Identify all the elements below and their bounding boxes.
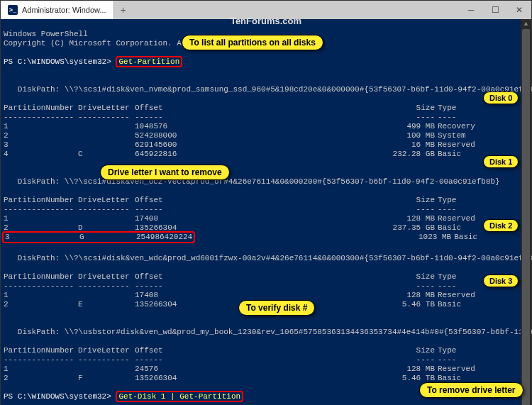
callout-disk0: Disk 0: [483, 91, 519, 104]
new-tab-button[interactable]: +: [114, 1, 133, 19]
table-row: 362914560016 MBReserved: [4, 140, 475, 150]
scrollbar[interactable]: ▲ ▼: [521, 19, 531, 405]
table-row: 124576128 MBReserved: [4, 365, 475, 374]
terminal-output[interactable]: Windows PowerShell Copyright (C) Microso…: [1, 19, 531, 405]
diskpath: DiskPath: \\?\scsi#disk&ven_nvme&prod_sa…: [4, 85, 532, 94]
command-verify-disk: Get-Disk 1 | Get-Partition: [116, 391, 243, 402]
table-header-row: PartitionNumberDriveLetterOffsetSizeType…: [4, 196, 528, 233]
row-tail: 1023 MBBasic: [194, 235, 477, 244]
table-row: 4C645922816232.28 GBBasic: [4, 150, 475, 159]
header-line: Windows PowerShell: [4, 30, 88, 38]
callout-list-all: To list all partitions on all disks: [182, 35, 323, 50]
diskpath: DiskPath: \\?\scsi#disk&ven_wdc&prod_wd6…: [4, 254, 532, 262]
close-button[interactable]: ✕: [507, 1, 531, 19]
table-row: 11048576499 MBRecovery: [4, 122, 475, 131]
prompt: PS C:\WINDOWS\system32>: [4, 57, 111, 66]
powershell-icon: >_: [8, 5, 18, 15]
table-row: 117408128 MBReserved: [4, 214, 475, 223]
callout-disk1: Disk 1: [483, 155, 519, 168]
tab-label: Administrator: Window...: [22, 6, 106, 14]
powershell-window: >_ Administrator: Window... + ─ ☐ ✕ TenF…: [0, 0, 532, 405]
callout-disk2: Disk 2: [483, 219, 519, 232]
callout-remove: To remove drive letter: [419, 382, 523, 398]
table-row: 2524288000100 MBSystem: [4, 131, 475, 140]
table-row: 3G254986420224: [5, 233, 192, 242]
scroll-thumb[interactable]: [522, 29, 530, 405]
tab-powershell[interactable]: >_ Administrator: Window...: [1, 1, 114, 19]
diskpath: DiskPath: \\?\scsi#disk&ven_ocz-vect&pro…: [4, 177, 500, 186]
callout-disk3: Disk 3: [483, 274, 519, 287]
prompt: PS C:\WINDOWS\system32>: [4, 392, 111, 401]
callout-verify: To verify disk #: [238, 300, 315, 316]
maximize-button[interactable]: ☐: [483, 1, 507, 19]
minimize-button[interactable]: ─: [459, 1, 483, 19]
titlebar: >_ Administrator: Window... + ─ ☐ ✕: [1, 1, 531, 19]
scroll-up-icon[interactable]: ▲: [521, 19, 531, 29]
table-row: 2F1352663045.46 TBBasic: [4, 374, 475, 383]
table-row: 117408128 MBReserved: [4, 291, 475, 300]
callout-drive-letter: Drive letter I want to remove: [100, 165, 230, 180]
table-header-row: PartitionNumberDriveLetterOffsetSizeType…: [4, 104, 528, 159]
highlighted-row: 3G254986420224: [2, 231, 195, 243]
diskpath: DiskPath: \\?\usbstor#disk&ven_wd&prod_m…: [4, 328, 532, 336]
command-get-partition: Get-Partition: [116, 56, 182, 67]
table-header-row: PartitionNumberDriveLetterOffsetSizeType…: [4, 346, 528, 383]
